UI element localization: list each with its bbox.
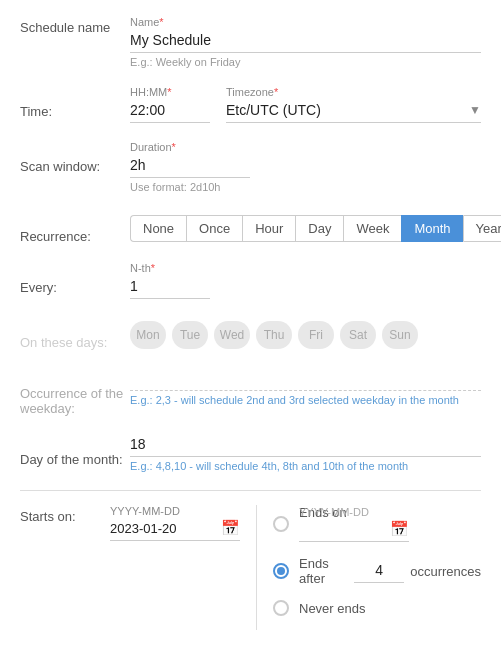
rec-btn-month[interactable]: Month — [401, 215, 462, 242]
day-btn-thu[interactable]: Thu — [256, 321, 292, 349]
starts-on-calendar-icon[interactable]: 📅 — [221, 519, 240, 537]
ends-after-input[interactable] — [354, 560, 404, 583]
occurrence-weekday-input[interactable] — [130, 368, 481, 391]
day-of-month-label: Day of the month: — [20, 434, 130, 467]
rec-btn-year[interactable]: Year — [463, 215, 501, 242]
schedule-name-label: Schedule name — [20, 16, 130, 35]
never-ends-label: Never ends — [299, 601, 365, 616]
time-input[interactable] — [130, 100, 210, 123]
day-of-month-hint: E.g.: 4,8,10 - will schedule 4th, 8th an… — [130, 460, 481, 472]
rec-btn-once[interactable]: Once — [186, 215, 242, 242]
schedule-name-input[interactable] — [130, 30, 481, 53]
timezone-select[interactable]: Etc/UTC (UTC) — [226, 100, 481, 123]
rec-btn-day[interactable]: Day — [295, 215, 343, 242]
timezone-field-label: Timezone* — [226, 86, 481, 98]
duration-hint: Use format: 2d10h — [130, 181, 481, 193]
rec-btn-none[interactable]: None — [130, 215, 186, 242]
starts-on-label: Starts on: — [20, 505, 100, 524]
starts-on-field-hint: YYYY-MM-DD — [110, 505, 240, 517]
every-input[interactable] — [130, 276, 210, 299]
ends-after-label: Ends after — [299, 556, 348, 586]
duration-field-label: Duration* — [130, 141, 481, 153]
schedule-name-hint: E.g.: Weekly on Friday — [130, 56, 481, 68]
rec-btn-hour[interactable]: Hour — [242, 215, 295, 242]
ends-on-radio[interactable] — [273, 516, 289, 532]
day-btn-tue[interactable]: Tue — [172, 321, 208, 349]
ends-on-calendar-icon[interactable]: 📅 — [390, 520, 409, 538]
occurrence-weekday-label: Occurrence of the weekday: — [20, 368, 130, 416]
day-btn-sat[interactable]: Sat — [340, 321, 376, 349]
every-label: Every: — [20, 262, 130, 295]
ends-after-radio[interactable] — [273, 563, 289, 579]
day-btn-sun[interactable]: Sun — [382, 321, 418, 349]
day-btn-wed[interactable]: Wed — [214, 321, 250, 349]
day-btn-mon[interactable]: Mon — [130, 321, 166, 349]
rec-btn-week[interactable]: Week — [343, 215, 401, 242]
on-these-days-label: On these days: — [20, 317, 130, 350]
day-of-month-input[interactable] — [130, 434, 481, 457]
recurrence-button-group: None Once Hour Day Week Month Year — [130, 215, 501, 242]
time-label: Time: — [20, 86, 130, 119]
nth-field-label: N-th* — [130, 262, 481, 274]
recurrence-label: Recurrence: — [20, 211, 130, 244]
scan-window-label: Scan window: — [20, 141, 130, 174]
day-btn-fri[interactable]: Fri — [298, 321, 334, 349]
time-field-label: HH:MM* — [130, 86, 210, 98]
never-ends-radio[interactable] — [273, 600, 289, 616]
occurrences-label: occurrences — [410, 564, 481, 579]
ends-on-hint: YYYY-MM-DD — [299, 506, 369, 518]
days-button-group: Mon Tue Wed Thu Fri Sat Sun — [130, 321, 481, 349]
duration-input[interactable] — [130, 155, 250, 178]
occurrence-weekday-hint: E.g.: 2,3 - will schedule 2nd and 3rd se… — [130, 394, 481, 406]
name-field-label: Name* — [130, 16, 481, 28]
